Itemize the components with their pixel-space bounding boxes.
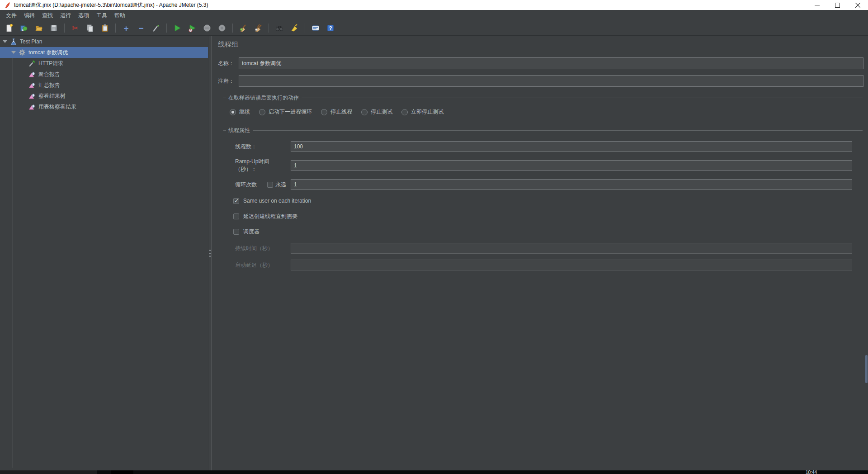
expand-all-button[interactable]: +: [120, 22, 132, 34]
forever-label: 永远: [275, 181, 286, 189]
comment-input[interactable]: [239, 75, 863, 87]
maximize-icon: [835, 3, 840, 8]
save-button[interactable]: [47, 22, 60, 34]
radio-icon[interactable]: [321, 109, 327, 115]
forever-option[interactable]: 永远: [267, 181, 291, 189]
copy-icon: [85, 24, 94, 33]
test-plan-flask-icon: [10, 38, 17, 45]
error-action-legend: 在取样器错误后要执行的动作: [223, 94, 863, 102]
maximize-button[interactable]: [827, 0, 848, 10]
loop-count-input[interactable]: [291, 179, 852, 190]
tree-item-aggregate-report[interactable]: 聚合报告: [0, 69, 208, 80]
page-title: 线程组: [218, 40, 868, 49]
tree-item-summary-report[interactable]: 汇总报告: [0, 80, 208, 90]
radio-icon[interactable]: [361, 109, 368, 115]
menu-edit[interactable]: 编辑: [20, 10, 38, 21]
clear-all-button[interactable]: [252, 22, 264, 34]
delay-create-checkbox[interactable]: [233, 213, 239, 219]
delay-create-option[interactable]: 延迟创建线程直到需要: [233, 212, 863, 221]
yellow-brush-icon: [290, 24, 299, 33]
open-file-button[interactable]: [33, 22, 45, 34]
threads-input[interactable]: [291, 141, 852, 152]
toolbar: ✂ + −: [0, 21, 868, 36]
minus-icon: −: [138, 24, 143, 33]
broom-icon: [239, 24, 248, 33]
radio-icon[interactable]: [230, 109, 236, 115]
stop-icon: [203, 24, 212, 33]
name-input[interactable]: [239, 57, 863, 69]
vertical-scrollbar-thumb[interactable]: [865, 355, 868, 383]
menu-tools[interactable]: 工具: [93, 10, 111, 21]
radio-start-next-loop[interactable]: 启动下一进程循环: [259, 108, 312, 116]
paste-button[interactable]: [99, 22, 111, 34]
search-reset-button[interactable]: [288, 22, 301, 34]
taskbar-sliver: 10:44: [0, 470, 868, 474]
menu-bar: 文件 编辑 查找 运行 选项 工具 帮助: [0, 10, 868, 21]
startup-delay-input: [291, 260, 852, 270]
scheduler-checkbox[interactable]: [233, 229, 239, 235]
same-user-checkbox[interactable]: [233, 198, 239, 204]
forever-checkbox[interactable]: [267, 182, 273, 188]
toolbar-separator: [305, 24, 305, 33]
tree-item-test-plan[interactable]: Test Plan: [0, 36, 208, 47]
expand-arrow-icon[interactable]: [3, 40, 7, 43]
menu-search[interactable]: 查找: [38, 10, 57, 21]
tree-item-thread-group[interactable]: tomcat 参数调优: [0, 47, 208, 58]
tree-item-label: Test Plan: [20, 38, 42, 45]
close-icon: [855, 3, 860, 8]
radio-icon[interactable]: [259, 109, 265, 115]
search-button[interactable]: [273, 22, 286, 34]
radio-icon[interactable]: [401, 109, 408, 115]
help-button[interactable]: ?: [324, 22, 337, 34]
toolbar-separator: [232, 24, 233, 33]
http-request-dropper-icon: [28, 60, 36, 67]
jmeter-feather-icon: [4, 2, 11, 9]
function-helper-button[interactable]: [309, 22, 322, 34]
same-user-label: Same user on each iteration: [243, 198, 311, 204]
cut-button[interactable]: ✂: [69, 22, 81, 34]
radio-stop-test[interactable]: 停止测试: [361, 108, 392, 116]
radio-label: 立即停止测试: [411, 108, 443, 116]
tree-item-view-results-table[interactable]: 用表格察看结果: [0, 101, 208, 112]
menu-help[interactable]: 帮助: [111, 10, 129, 21]
stop-button[interactable]: [201, 22, 213, 34]
taskbar-clock: 10:44: [806, 470, 817, 474]
comment-label: 注释：: [218, 77, 239, 85]
menu-file[interactable]: 文件: [2, 10, 20, 21]
minimize-icon: [815, 3, 820, 8]
toggle-button[interactable]: [150, 22, 162, 34]
rampup-input[interactable]: [291, 160, 852, 171]
tree-item-view-results-tree[interactable]: 察看结果树: [0, 90, 208, 101]
start-no-pauses-icon: [188, 24, 197, 33]
tree-item-label: 汇总报告: [38, 81, 60, 89]
copy-button[interactable]: [84, 22, 96, 34]
broom-all-icon: [254, 24, 263, 33]
splitter-grip-icon[interactable]: [209, 250, 211, 257]
close-button[interactable]: [848, 0, 868, 10]
paste-icon: [100, 24, 109, 33]
tree-item-http-request[interactable]: HTTP请求: [0, 58, 208, 69]
radio-continue[interactable]: 继续: [230, 108, 250, 116]
expand-arrow-icon[interactable]: [11, 51, 16, 54]
collapse-all-button[interactable]: −: [135, 22, 147, 34]
open-template-button[interactable]: [18, 22, 30, 34]
radio-stop-thread[interactable]: 停止线程: [321, 108, 352, 116]
scheduler-option[interactable]: 调度器: [233, 227, 863, 236]
radio-label: 继续: [239, 108, 250, 116]
minimize-button[interactable]: [807, 0, 827, 10]
open-folder-icon: [34, 24, 43, 33]
clear-button[interactable]: [237, 22, 250, 34]
toolbar-separator: [166, 24, 167, 33]
radio-stop-test-now[interactable]: 立即停止测试: [401, 108, 443, 116]
menu-options[interactable]: 选项: [75, 10, 93, 21]
menu-run[interactable]: 运行: [57, 10, 75, 21]
template-icon: [19, 24, 28, 33]
same-user-option[interactable]: Same user on each iteration: [233, 196, 863, 205]
thread-properties-group: 线程属性 线程数： Ramp-Up时间（秒）： 循环次数 永远 Same use: [223, 127, 863, 270]
start-no-pauses-button[interactable]: [186, 22, 198, 34]
start-button[interactable]: [171, 22, 184, 34]
new-file-button[interactable]: [3, 22, 15, 34]
thread-group-gear-icon: [19, 49, 26, 56]
thread-properties-legend: 线程属性: [223, 127, 863, 134]
shutdown-button[interactable]: [216, 22, 228, 34]
